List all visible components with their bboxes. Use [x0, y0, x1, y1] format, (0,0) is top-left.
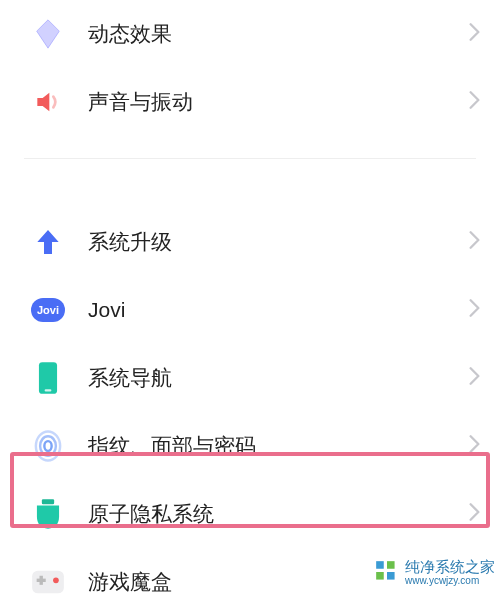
svg-rect-3	[45, 389, 52, 391]
settings-row-privacy[interactable]: 原子隐私系统	[0, 480, 500, 548]
svg-rect-15	[387, 572, 395, 580]
settings-label: 声音与振动	[88, 88, 469, 116]
section-gap	[0, 158, 500, 208]
jovi-icon: Jovi	[30, 292, 66, 328]
diamond-icon	[30, 16, 66, 52]
settings-label: 系统升级	[88, 228, 469, 256]
settings-label: 系统导航	[88, 364, 469, 392]
privacy-shield-icon	[30, 496, 66, 532]
chevron-right-icon	[469, 503, 480, 525]
settings-list: 动态效果 声音与振动 系统升级	[0, 0, 500, 594]
chevron-right-icon	[469, 91, 480, 113]
chevron-right-icon	[469, 23, 480, 45]
svg-rect-13	[387, 561, 395, 569]
settings-label: 动态效果	[88, 20, 469, 48]
watermark-logo-icon	[374, 559, 400, 585]
svg-point-5	[40, 436, 56, 455]
settings-label: 指纹、面部与密码	[88, 432, 469, 460]
watermark-url: www.ycwjzy.com	[405, 575, 495, 586]
watermark: 纯净系统之家 www.ycwjzy.com	[374, 559, 495, 587]
svg-rect-2	[39, 362, 57, 394]
gamepad-icon	[30, 564, 66, 594]
settings-row-jovi[interactable]: Jovi Jovi	[0, 276, 500, 344]
chevron-right-icon	[469, 299, 480, 321]
settings-row-biometrics[interactable]: 指纹、面部与密码	[0, 412, 500, 480]
svg-rect-14	[376, 572, 384, 580]
phone-icon	[30, 360, 66, 396]
watermark-title: 纯净系统之家	[405, 559, 495, 576]
speaker-icon	[30, 84, 66, 120]
svg-point-11	[53, 577, 59, 583]
chevron-right-icon	[469, 231, 480, 253]
svg-rect-12	[376, 561, 384, 569]
settings-row-upgrade[interactable]: 系统升级	[0, 208, 500, 276]
svg-rect-7	[42, 499, 54, 504]
chevron-right-icon	[469, 435, 480, 457]
svg-rect-10	[40, 576, 43, 585]
settings-label: 原子隐私系统	[88, 500, 469, 528]
settings-label: Jovi	[88, 298, 469, 322]
settings-row-effects[interactable]: 动态效果	[0, 0, 500, 68]
chevron-right-icon	[469, 367, 480, 389]
fingerprint-icon	[30, 428, 66, 464]
upgrade-arrow-icon	[30, 224, 66, 260]
svg-text:Jovi: Jovi	[37, 304, 59, 316]
svg-point-6	[44, 441, 51, 451]
settings-row-sound[interactable]: 声音与振动	[0, 68, 500, 136]
settings-row-navigation[interactable]: 系统导航	[0, 344, 500, 412]
